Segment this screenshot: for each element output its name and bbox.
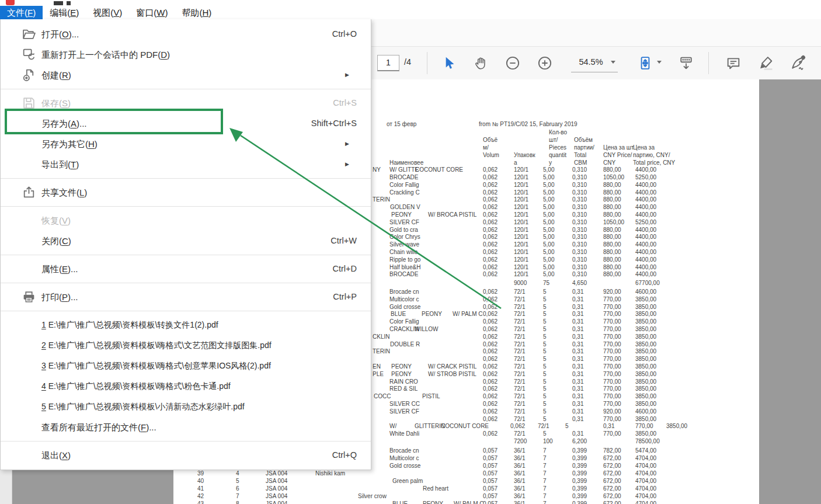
menu-item-show-all-recent[interactable]: 查看所有最近打开的文件(F)... — [1, 417, 371, 437]
pdf-table-cell: 7200 — [514, 438, 527, 444]
menu-item-label: 5 E:\推广\推广\总视频\资料模板\小清新动态水彩绿叶.pdf — [41, 397, 245, 417]
menu-item-recent-1[interactable]: 1 E:\推广\推广\总视频\资料模板\转换文件1(2).pdf — [1, 315, 371, 335]
pdf-table-cell: 880,00 — [603, 182, 621, 188]
menu-item-recent-2[interactable]: 2 E:\推广\推广\总视频\资料模板\嗨格式\文艺范图文排版图集.pdf — [1, 335, 371, 356]
pdf-table-cell: 0,31 — [572, 333, 583, 340]
pdf-table-cell: 120/1 — [514, 241, 528, 248]
pdf-table-cell: 0,399 — [572, 478, 587, 484]
pdf-table-cell: BROCADE — [389, 174, 418, 180]
pdf-table-cell: 0,31 — [572, 304, 583, 310]
pdf-table-cell: 36/1 — [514, 463, 525, 469]
pdf-table-cell: 4704,00 — [635, 463, 656, 469]
zoom-in-button[interactable] — [535, 53, 555, 73]
pdf-table-cell: 770,00 — [603, 318, 621, 325]
pdf-table-cell: Color Chrys — [389, 234, 420, 240]
menubar-item-0[interactable]: 文件(F) — [0, 6, 43, 19]
menu-item-open[interactable]: 打开(O)...Ctrl+O — [1, 24, 371, 44]
menu-item-exit[interactable]: 退出(X)Ctrl+Q — [1, 445, 371, 465]
zoom-out-button[interactable] — [503, 53, 523, 73]
menubar-item-2[interactable]: 视图(V) — [86, 6, 129, 19]
pdf-table-cell: 72/1 — [514, 311, 525, 317]
pdf-header-cell: партии/ — [574, 144, 594, 151]
pdf-table-cell: 5 — [543, 401, 547, 407]
zoom-dropdown-caret-icon[interactable] — [611, 61, 615, 64]
pdf-table-cell: 0,062 — [483, 189, 498, 196]
menu-item-export-to[interactable]: 导出到(T)▶ — [1, 154, 371, 175]
pdf-table-cell: 7 — [543, 500, 547, 504]
menubar-item-3[interactable]: 窗口(W) — [129, 6, 175, 19]
menu-item-print[interactable]: 打印(P)...Ctrl+P — [1, 287, 371, 307]
menu-item-shortcut: Ctrl+D — [333, 259, 357, 279]
pdf-table-cell: GOLDEN V — [390, 204, 420, 210]
pdf-table-cell: 72/1 — [514, 363, 525, 370]
menu-item-properties[interactable]: 属性(E)...Ctrl+D — [1, 259, 371, 279]
highlight-tool-button[interactable] — [756, 53, 776, 73]
pdf-table-cell: 770,00 — [603, 304, 621, 310]
pdf-table-cell: 72/1 — [514, 408, 525, 415]
fit-page-dropdown-caret-icon[interactable] — [657, 61, 662, 64]
menu-item-create[interactable]: 创建(R)▶ — [1, 65, 371, 85]
pdf-table-cell: JSA 004 — [266, 493, 287, 499]
pdf-header-cell: Объём — [574, 137, 593, 143]
menu-item-save-as-other[interactable]: 另存为其它(H)▶ — [1, 134, 371, 154]
pdf-table-cell: 0,310 — [572, 211, 587, 218]
pdf-table-cell: TERIN — [373, 196, 390, 203]
pdf-table-cell: 36/1 — [514, 493, 525, 499]
pdf-table-cell: 3850,00 — [635, 348, 656, 354]
page-scrolling-icon — [678, 55, 694, 71]
pdf-table-cell: 36/1 — [514, 455, 525, 461]
menu-item-label: 共享文件(L) — [41, 182, 87, 203]
pdf-table-cell: 4400,00 — [635, 241, 656, 248]
pdf-table-cell: 9000 — [514, 280, 527, 286]
pdf-table-cell: 36/1 — [514, 500, 525, 504]
pdf-table-cell: 0,062 — [483, 408, 498, 415]
pdf-table-cell: 0,31 — [603, 423, 614, 429]
pdf-table-cell: Ripple to go — [389, 256, 420, 263]
pdf-table-cell: 0,310 — [572, 174, 587, 180]
fit-page-button[interactable] — [635, 53, 655, 73]
menu-item-recent-3[interactable]: 3 E:\推广\推广\总视频\资料模板\嗨格式\创意苹果IOS风格(2).pdf — [1, 356, 371, 376]
pdf-table-cell: 72/1 — [514, 393, 525, 399]
pdf-table-cell: 7 — [543, 493, 547, 499]
pdf-table-cell: 5 — [543, 318, 547, 325]
page-number-input[interactable]: 1 — [377, 55, 399, 71]
menu-item-shortcut: Ctrl+Q — [332, 445, 357, 465]
pdf-table-cell: Multicolor c — [389, 455, 419, 461]
pdf-table-cell: 42 — [197, 493, 204, 499]
menu-item-reopen-last-session[interactable]: 重新打开上一个会话中的 PDF(D) — [1, 44, 371, 65]
pdf-table-cell: 7 — [543, 478, 547, 484]
menu-item-recent-5[interactable]: 5 E:\推广\推广\总视频\资料模板\小清新动态水彩绿叶.pdf — [1, 397, 371, 417]
zoom-level-value[interactable]: 54.5% — [575, 57, 607, 67]
pdf-table-cell: 0,062 — [483, 234, 498, 240]
menu-item-recent-4[interactable]: 4 E:\推广\推广\总视频\资料模板\嗨格式\粉色卡通.pdf — [1, 376, 371, 397]
menu-item-shortcut: Ctrl+O — [332, 24, 357, 44]
pdf-table-cell: 5 — [543, 341, 547, 347]
pdf-table-cell: 72/1 — [514, 333, 525, 340]
pdf-table-cell: 880,00 — [603, 234, 621, 240]
fill-sign-button[interactable] — [788, 53, 808, 73]
menu-item-close[interactable]: 关闭(C)Ctrl+W — [1, 231, 371, 251]
pdf-table-cell: 4 — [236, 470, 239, 477]
pdf-table-cell: 36/1 — [514, 485, 525, 492]
pdf-table-cell: 770,00 — [603, 393, 621, 399]
menu-bar: 文件(F)编辑(E)视图(V)窗口(W)帮助(H) — [0, 6, 821, 20]
page-scrolling-button[interactable] — [676, 53, 696, 73]
pdf-header-cell: Объё — [483, 137, 498, 143]
submenu-arrow-icon: ▶ — [345, 154, 349, 175]
pdf-table-cell: 770,00 — [603, 311, 621, 317]
menubar-item-4[interactable]: 帮助(H) — [175, 6, 218, 19]
menu-item-shortcut: Ctrl+P — [333, 287, 357, 307]
pdf-table-cell: CKLIN — [373, 333, 389, 340]
select-tool-button[interactable] — [439, 53, 458, 73]
pdf-table-cell: 5 — [543, 311, 547, 317]
pdf-header-cell: шт/ — [549, 137, 558, 143]
hand-tool-button[interactable] — [471, 53, 490, 73]
menu-item-label: 查看所有最近打开的文件(F)... — [41, 417, 156, 437]
pdf-table-cell: 72/1 — [514, 378, 525, 385]
menu-item-share-file[interactable]: 共享文件(L) — [1, 182, 371, 203]
pdf-table-cell: 0,31 — [572, 326, 583, 332]
menubar-item-1[interactable]: 编辑(E) — [43, 6, 86, 19]
pdf-table-cell: 5 — [543, 371, 547, 377]
comment-tool-button[interactable] — [723, 53, 743, 73]
menu-item-revert[interactable]: 恢复(V) — [1, 210, 371, 231]
